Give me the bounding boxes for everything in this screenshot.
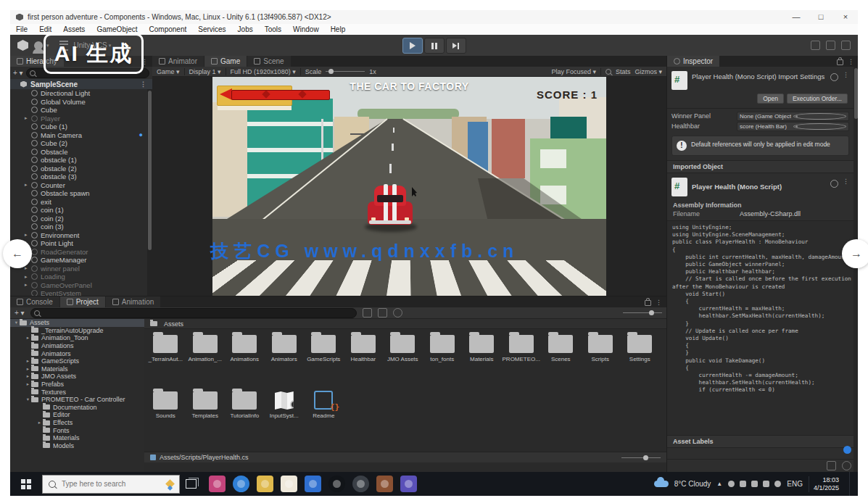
asset-item[interactable]: Animations (225, 332, 265, 370)
breadcrumb-label[interactable]: Assets (164, 320, 183, 328)
tree-item[interactable]: ▸ Animation_Toon (10, 334, 144, 342)
expand-arrow-icon[interactable]: ▸ (25, 358, 31, 364)
volume-icon[interactable] (774, 481, 781, 487)
pen-icon[interactable] (740, 481, 746, 487)
hierarchy-item[interactable]: Obstacle (10, 148, 147, 157)
hierarchy-item[interactable]: coin (1) (10, 206, 147, 215)
menu-item[interactable]: Window (287, 24, 325, 35)
unity-hub-icon[interactable] (305, 476, 321, 492)
asset-item[interactable]: JMO Assets (383, 332, 423, 370)
search-by-type-icon[interactable] (363, 308, 372, 318)
account-icon[interactable] (34, 41, 43, 50)
hierarchy-item[interactable]: coin (3) (10, 223, 147, 231)
expand-arrow-icon[interactable]: ▸ (25, 115, 31, 121)
object-field[interactable]: score (Health Bar) (737, 122, 849, 131)
language-indicator[interactable]: ENG (787, 480, 803, 488)
project-menu-icon[interactable]: ⋮ (656, 299, 662, 306)
clock[interactable]: 18:03 4/1/2025 (809, 476, 843, 492)
tree-item[interactable]: Textures (10, 388, 144, 396)
hierarchy-item[interactable]: coin (2) (10, 215, 147, 223)
script-menu-icon[interactable]: ⋮ (843, 178, 849, 185)
search-highlights-icon[interactable] (165, 479, 175, 489)
tree-item[interactable]: Editor (10, 411, 144, 419)
maximize-button[interactable]: □ (809, 10, 833, 24)
create-object-button[interactable]: + ▾ (13, 69, 23, 77)
asset-item[interactable]: _TerrainAut... (146, 332, 186, 370)
usb-icon[interactable] (751, 481, 758, 487)
bottom-tab[interactable]: Project (60, 296, 105, 307)
tree-item[interactable]: Documentation (10, 404, 144, 412)
expand-arrow-icon[interactable]: ▸ (25, 366, 31, 372)
asset-item[interactable]: PROMETEO... (502, 332, 542, 370)
search-icon[interactable] (811, 41, 820, 50)
step-button[interactable] (446, 38, 466, 54)
mute-audio-icon[interactable] (605, 69, 611, 75)
show-desktop-button[interactable] (849, 472, 853, 496)
asset-item[interactable]: Animators (265, 332, 305, 370)
expand-arrow-icon[interactable]: ▸ (25, 381, 31, 387)
weather-icon[interactable] (654, 481, 669, 487)
display-dropdown[interactable]: Display 1 ▾ (189, 68, 221, 75)
expand-arrow-icon[interactable]: ▸ (36, 420, 43, 426)
visual-studio-icon[interactable] (400, 476, 417, 492)
hierarchy-item[interactable]: ▸ GameOverPanel (10, 281, 147, 290)
project-zoom-slider[interactable] (623, 312, 662, 313)
chevron-up-icon[interactable]: ▲ (716, 481, 722, 487)
asset-item[interactable]: Templates (186, 389, 226, 426)
asset-item[interactable]: Scenes (541, 332, 581, 370)
settings-icon[interactable] (827, 461, 836, 470)
hierarchy-item[interactable]: Point Light (10, 239, 147, 248)
project-search-box[interactable] (30, 308, 357, 318)
camera-app-icon[interactable] (352, 476, 369, 492)
unity-editor-icon[interactable] (328, 476, 345, 492)
hierarchy-item[interactable]: obstacle (3) (10, 173, 147, 181)
favorites-icon[interactable] (393, 308, 402, 318)
menu-item[interactable]: Tools (259, 24, 287, 35)
asset-item[interactable]: {} Readme (304, 389, 344, 426)
blender-icon[interactable] (376, 476, 393, 492)
tree-item[interactable]: ▸ JMO Assets (10, 373, 144, 381)
menu-item[interactable]: File (10, 24, 33, 35)
project-search-input[interactable] (42, 310, 353, 316)
grid-size-slider[interactable] (621, 457, 661, 458)
view-tab[interactable]: Scene (247, 56, 290, 67)
expand-arrow-icon[interactable]: ▸ (25, 335, 31, 341)
hierarchy-item[interactable]: Main Camera ● (10, 131, 147, 140)
pause-button[interactable] (424, 38, 445, 54)
sticky-notes-icon[interactable] (281, 476, 297, 492)
hierarchy-item[interactable]: obstacle (2) (10, 165, 147, 173)
photos-app-icon[interactable] (209, 476, 226, 492)
layers-icon[interactable] (826, 41, 835, 50)
play-focused-dropdown[interactable]: Play Focused ▾ (551, 68, 596, 75)
object-picker-icon[interactable] (793, 113, 846, 120)
expand-arrow-icon[interactable]: ▾ (25, 397, 31, 402)
presets-icon[interactable] (830, 73, 838, 81)
file-explorer-icon[interactable] (257, 476, 273, 492)
hierarchy-item[interactable]: obstacle (1) (10, 156, 147, 165)
taskbar-search-box[interactable] (42, 475, 180, 494)
asset-item[interactable]: TutorialInfo (225, 389, 265, 426)
view-tab[interactable]: Animator (152, 56, 204, 67)
expand-arrow-icon[interactable]: ▸ (25, 274, 31, 280)
hierarchy-item[interactable]: Global Volume (10, 98, 147, 107)
expand-arrow-icon[interactable]: ▸ (25, 373, 31, 379)
inspector-tab[interactable]: Inspector (667, 56, 719, 67)
tree-item[interactable]: Animations (10, 342, 144, 350)
header-menu-icon[interactable]: ⋮ (843, 71, 849, 78)
display-icon[interactable] (763, 481, 769, 487)
hierarchy-item[interactable]: exit (10, 198, 147, 207)
object-field[interactable]: None (Game Object) (737, 112, 849, 121)
menu-item[interactable]: Services (192, 24, 231, 35)
bottom-tab[interactable]: Console (10, 296, 59, 307)
gizmos-dropdown[interactable]: Gizmos ▾ (635, 68, 662, 75)
tree-item[interactable]: ▾ PROMETEO - Car Controller (10, 396, 144, 404)
expand-arrow-icon[interactable]: ▸ (25, 265, 31, 271)
view-tab[interactable]: Game (204, 56, 247, 67)
asset-item[interactable]: Scripts (581, 332, 621, 370)
object-picker-icon[interactable] (793, 123, 846, 130)
carousel-next-button[interactable]: → (842, 239, 868, 268)
tree-item[interactable]: Materials (10, 434, 144, 442)
tree-item[interactable]: Fonts (10, 426, 144, 434)
tree-item[interactable]: ▾ Assets (10, 319, 144, 327)
hierarchy-item[interactable]: Cube (1) (10, 123, 147, 131)
